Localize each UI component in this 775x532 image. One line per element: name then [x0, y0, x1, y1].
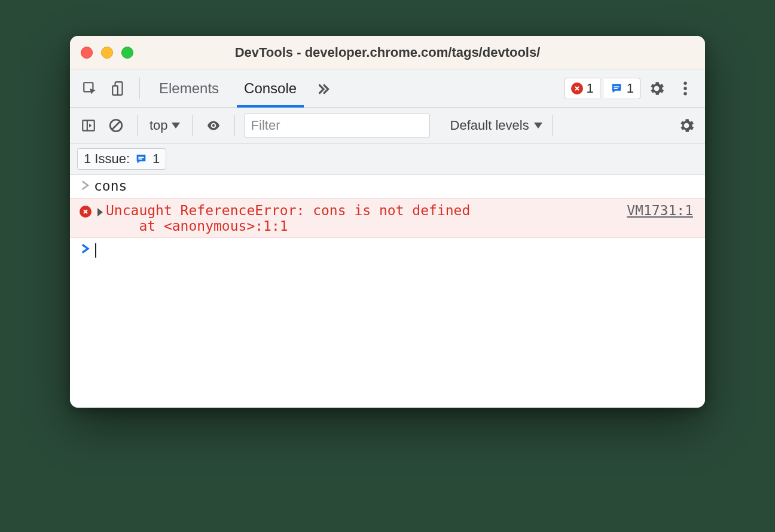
zoom-window-button[interactable] [121, 47, 133, 59]
live-expression-icon[interactable] [202, 114, 225, 137]
expand-error-icon[interactable] [94, 203, 106, 216]
console-prompt-input[interactable] [94, 241, 698, 258]
issues-chip[interactable]: 1 Issue: 1 [77, 148, 166, 170]
svg-rect-13 [138, 157, 144, 158]
message-icon [610, 82, 623, 95]
svg-rect-14 [138, 158, 142, 160]
chevron-down-icon [172, 123, 180, 129]
log-levels-selector[interactable]: Default levels [450, 118, 542, 133]
clear-console-icon[interactable] [105, 114, 127, 137]
console-input-row: cons [70, 175, 705, 198]
svg-rect-8 [83, 120, 94, 130]
context-selector[interactable]: top [147, 118, 182, 133]
divider [234, 115, 235, 136]
text-cursor [95, 243, 96, 258]
console-body: cons Uncaught ReferenceError: cons is no… [70, 175, 705, 408]
filter-input[interactable] [245, 114, 430, 137]
issues-count: 1 [627, 81, 634, 96]
device-toolbar-icon[interactable] [106, 76, 131, 101]
more-tabs-icon[interactable] [311, 76, 336, 101]
message-icon [135, 152, 148, 166]
svg-rect-3 [614, 86, 619, 87]
issues-bar: 1 Issue: 1 [70, 143, 705, 175]
settings-icon[interactable] [644, 76, 669, 101]
console-input-text: cons [94, 178, 698, 194]
main-tabbar: Elements Console 1 1 [70, 69, 705, 108]
svg-point-12 [212, 124, 214, 126]
console-settings-icon[interactable] [675, 114, 698, 137]
divider [192, 115, 193, 136]
context-label: top [149, 118, 168, 133]
svg-point-5 [684, 81, 687, 85]
toggle-sidebar-icon[interactable] [77, 114, 100, 137]
svg-rect-4 [614, 88, 617, 89]
error-count-badge[interactable]: 1 [565, 78, 600, 99]
console-toolbar: top Default levels [70, 108, 705, 143]
error-source-link[interactable]: VM1731:1 [627, 203, 698, 218]
issues-label: 1 Issue: [84, 151, 130, 167]
divider [139, 78, 140, 99]
devtools-window: DevTools - developer.chrome.com/tags/dev… [70, 36, 705, 408]
svg-rect-2 [112, 85, 118, 94]
levels-label: Default levels [450, 118, 529, 133]
close-window-button[interactable] [81, 47, 93, 59]
error-row-icon [77, 203, 94, 218]
divider [552, 115, 553, 136]
input-chevron-icon [77, 178, 94, 190]
minimize-window-button[interactable] [101, 47, 113, 59]
window-title: DevTools - developer.chrome.com/tags/dev… [70, 45, 705, 60]
tab-elements[interactable]: Elements [148, 69, 230, 107]
inspect-element-icon[interactable] [77, 76, 102, 101]
divider [137, 115, 138, 136]
svg-line-11 [112, 121, 120, 129]
issues-chip-count: 1 [152, 151, 160, 167]
svg-point-7 [684, 92, 687, 96]
kebab-menu-icon[interactable] [673, 76, 698, 101]
error-count: 1 [587, 81, 594, 96]
issues-count-badge[interactable]: 1 [604, 78, 640, 99]
console-error-row[interactable]: Uncaught ReferenceError: cons is not def… [70, 198, 705, 238]
error-icon [571, 82, 583, 94]
svg-point-6 [684, 87, 687, 90]
tab-console[interactable]: Console [233, 69, 307, 107]
error-message: Uncaught ReferenceError: cons is not def… [106, 203, 627, 234]
titlebar: DevTools - developer.chrome.com/tags/dev… [70, 36, 705, 69]
chevron-down-icon [534, 123, 542, 129]
traffic-lights [81, 47, 133, 59]
prompt-chevron-icon [77, 241, 94, 253]
console-prompt-row[interactable] [70, 238, 705, 262]
